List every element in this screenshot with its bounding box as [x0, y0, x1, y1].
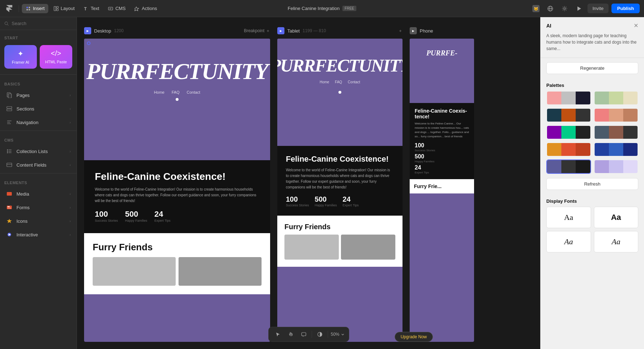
play-button[interactable] [573, 3, 585, 14]
collection-lists-label: Collection Lists [16, 149, 48, 154]
swatch [561, 160, 576, 173]
palette-9[interactable] [546, 159, 591, 174]
framer-ai-card[interactable]: ✦ Framer AI [4, 45, 37, 69]
upgrade-button[interactable]: Upgrade Now [395, 332, 433, 342]
framer-logo[interactable] [4, 4, 14, 14]
font-card-2[interactable]: Aa [594, 207, 639, 228]
refresh-button[interactable]: Refresh [546, 178, 638, 190]
media-arrow: › [69, 192, 71, 196]
sidebar-item-icons[interactable]: Icons › [1, 215, 75, 227]
palette-2[interactable] [594, 91, 639, 105]
phone-stat-3-l: Expert Tips [415, 171, 469, 174]
actions-icon [134, 6, 140, 11]
pages-arrow: › [69, 93, 71, 97]
svg-point-16 [564, 8, 565, 9]
tablet-stat-1: 100 [286, 195, 309, 203]
layout-button[interactable]: Layout [50, 4, 78, 13]
desktop-name: Desktop [94, 28, 111, 34]
sidebar-item-pages[interactable]: Pages › [1, 89, 75, 102]
swatch [623, 126, 638, 139]
sidebar-item-media[interactable]: Media › [1, 187, 75, 200]
font-card-3[interactable]: Aa [546, 231, 591, 252]
comment-tool[interactable] [298, 329, 308, 339]
text-button[interactable]: T Text [80, 4, 103, 13]
desktop-hero: PURRFECTUNITY Home FAQ Contact [84, 39, 270, 160]
tablet-viewport: ▶ Tablet 1199 — 810 ＋ PURRFECTUNITY Home [277, 24, 402, 342]
regenerate-button[interactable]: Regenerate [546, 62, 638, 74]
html-paste-icon: </> [51, 49, 61, 58]
swatch [623, 109, 638, 122]
zoom-control[interactable]: 50% [331, 332, 344, 337]
sidebar-item-content-fields[interactable]: Content Fields › [1, 158, 75, 171]
nav-contact: Contact [187, 90, 200, 94]
svg-text:T: T [84, 6, 87, 11]
sidebar-item-navigation[interactable]: Navigation › [1, 116, 75, 129]
palette-8[interactable] [594, 142, 639, 157]
cms-button[interactable]: CMS [104, 4, 129, 13]
svg-rect-33 [7, 163, 12, 167]
tablet-play-btn[interactable]: ▶ [277, 27, 284, 34]
user-avatar-button[interactable]: 🐱 [530, 3, 542, 14]
insert-button[interactable]: Insert [22, 4, 48, 13]
phone-stat-3: 24 [415, 164, 469, 171]
swatch [595, 109, 609, 122]
tablet-stat-2: 500 [315, 195, 337, 203]
palette-6[interactable] [594, 125, 639, 139]
sections-arrow: › [69, 107, 71, 111]
tablet-section2-title: Furry Friends [284, 223, 395, 231]
search-icon [4, 21, 9, 26]
tablet-add-btn[interactable]: ＋ [398, 28, 402, 34]
publish-button[interactable]: Publish [611, 4, 640, 13]
desktop-indicator [87, 41, 91, 45]
select-tool[interactable] [273, 329, 283, 339]
invite-button[interactable]: Invite [587, 4, 609, 13]
image-placeholder-2 [179, 257, 262, 286]
settings-button[interactable] [559, 3, 570, 14]
sidebar-item-interactive[interactable]: Interactive › [1, 228, 75, 241]
palette-5[interactable] [546, 125, 591, 139]
phone-section2-title: Furry Frie... [414, 183, 470, 189]
panel-title: AI [546, 23, 551, 29]
globe-button[interactable] [545, 3, 556, 14]
desktop-breakpoint: Breakpoint ＋ [244, 28, 270, 34]
tablet-breakpoint: ＋ [398, 28, 402, 34]
palette-4[interactable] [594, 108, 639, 122]
dark-mode-tool[interactable] [314, 329, 325, 339]
phone-section2: Furry Frie... [410, 179, 474, 193]
sidebar-item-forms[interactable]: Forms › [1, 201, 75, 214]
font-card-1[interactable]: Aa [546, 207, 591, 228]
desktop-section-title: Feline-Canine Coexistence! [95, 171, 259, 182]
layout-icon [53, 6, 59, 11]
media-icon [6, 190, 13, 197]
framer-ai-label: Framer AI [12, 60, 29, 64]
tablet-nav: Home FAQ Contact [319, 80, 360, 84]
panel-close-btn[interactable]: ✕ [634, 22, 638, 29]
swatch [576, 92, 590, 104]
tablet-stat-2-l: Happy Families [315, 203, 337, 207]
swatch [595, 126, 609, 139]
sidebar-item-collection-lists[interactable]: Collection Lists › [1, 145, 75, 158]
hero-dot [176, 98, 179, 101]
desktop-add-btn[interactable]: ＋ [266, 28, 270, 34]
tablet-body-text: Welcome to the world of Feline-Canine In… [286, 167, 394, 190]
swatch [609, 160, 623, 173]
phone-hero: PURRFE- [410, 39, 474, 103]
palette-7[interactable] [546, 142, 591, 157]
sidebar-item-sections[interactable]: Sections › [1, 102, 75, 115]
swatch [595, 160, 609, 173]
palette-10[interactable] [594, 159, 639, 174]
phone-play-btn[interactable]: ▶ [410, 27, 417, 34]
svg-rect-6 [57, 9, 58, 11]
desktop-body-text: Welcome to the world of Feline-Canine In… [95, 187, 259, 204]
svg-rect-35 [7, 192, 12, 196]
phone-body-text: Welcome to the Feline-Canine... Our miss… [415, 122, 469, 139]
actions-button[interactable]: Actions [131, 4, 161, 13]
desktop-play-btn[interactable]: ▶ [84, 27, 91, 34]
font-card-4[interactable]: Aa [594, 231, 639, 252]
search-input[interactable] [11, 21, 72, 26]
html-paste-card[interactable]: </> HTML Paste [40, 45, 72, 69]
palette-3[interactable] [546, 108, 591, 122]
hand-tool[interactable] [286, 329, 296, 339]
palette-1[interactable] [546, 91, 591, 105]
navigation-icon [6, 119, 13, 126]
